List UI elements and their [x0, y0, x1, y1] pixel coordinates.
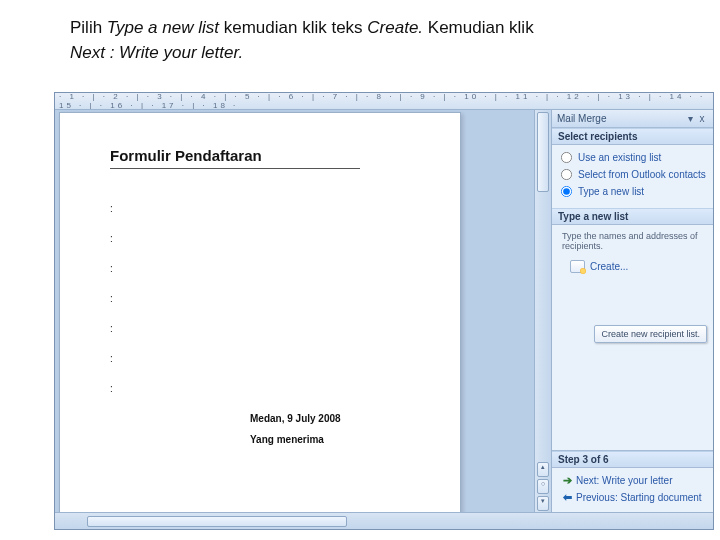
- opt-existing-list[interactable]: Use an existing list: [560, 149, 707, 166]
- next-write-letter-link[interactable]: ➔Next: Write your letter: [556, 472, 709, 489]
- pane-header: Mail Merge ▾ x: [552, 110, 713, 128]
- opt-outlook-contacts[interactable]: Select from Outlook contacts: [560, 166, 707, 183]
- form-row: :: [110, 323, 434, 334]
- word-window: · 1 · | · 2 · | · 3 · | · 4 · | · 5 · | …: [54, 92, 714, 530]
- create-link[interactable]: Create...: [560, 258, 707, 281]
- instruction-text: Pilih Type a new list kemudian klik teks…: [70, 16, 680, 65]
- section-select-recipients: Select recipients: [552, 128, 713, 145]
- previous-starting-doc-link[interactable]: ⬅Previous: Starting document: [556, 489, 709, 506]
- heading-underline: [110, 168, 360, 169]
- horizontal-scrollbar[interactable]: [55, 512, 713, 529]
- arrow-prev-icon: ⬅: [562, 491, 572, 504]
- form-row: :: [110, 353, 434, 364]
- pane-close-icon[interactable]: x: [696, 113, 708, 124]
- form-row: :: [110, 263, 434, 274]
- opt-type-new-list[interactable]: Type a new list: [560, 183, 707, 200]
- pane-menu-icon[interactable]: ▾: [684, 113, 696, 124]
- step-indicator: Step 3 of 6: [552, 451, 713, 468]
- form-row: :: [110, 203, 434, 214]
- radio-new-list[interactable]: [561, 186, 572, 197]
- create-icon: [570, 260, 585, 273]
- new-list-hint: Type the names and addresses of recipien…: [560, 229, 707, 258]
- form-row: :: [110, 293, 434, 304]
- arrow-next-icon: ➔: [562, 474, 572, 487]
- vertical-scrollbar[interactable]: ▴ ○ ▾: [534, 110, 551, 512]
- pane-title: Mail Merge: [557, 113, 684, 124]
- form-row: :: [110, 383, 434, 394]
- doc-heading: Formulir Pendaftaran: [110, 147, 434, 164]
- scroll-thumb[interactable]: [537, 112, 549, 192]
- section-type-new-list: Type a new list: [552, 208, 713, 225]
- doc-receiver: Yang menerima: [250, 434, 434, 445]
- form-row: :: [110, 233, 434, 244]
- scroll-browse-icon[interactable]: ○: [537, 479, 549, 494]
- doc-date-city: Medan, 9 July 2008: [250, 413, 434, 424]
- radio-existing-list[interactable]: [561, 152, 572, 163]
- scroll-prev-page-icon[interactable]: ▴: [537, 462, 549, 477]
- document-page[interactable]: Formulir Pendaftaran : : : : : : : Medan…: [59, 112, 461, 512]
- scroll-next-page-icon[interactable]: ▾: [537, 496, 549, 511]
- create-tooltip: Create new recipient list.: [594, 325, 707, 343]
- hscroll-thumb[interactable]: [87, 516, 347, 527]
- mail-merge-task-pane: Mail Merge ▾ x Select recipients Use an …: [551, 110, 713, 512]
- horizontal-ruler[interactable]: · 1 · | · 2 · | · 3 · | · 4 · | · 5 · | …: [55, 93, 713, 110]
- radio-outlook[interactable]: [561, 169, 572, 180]
- document-area[interactable]: Formulir Pendaftaran : : : : : : : Medan…: [55, 110, 534, 512]
